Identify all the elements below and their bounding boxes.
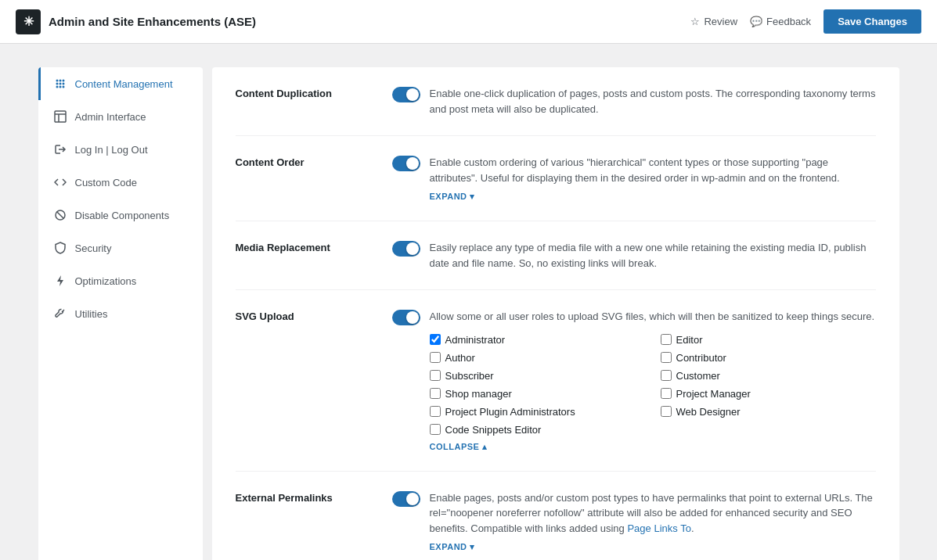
code-icon [53,175,67,189]
sidebar-item-utilities[interactable]: Utilities [38,297,203,330]
cb-project-manager[interactable] [661,388,672,399]
cb-administrator[interactable] [430,334,441,345]
cb-code-snippets-editor[interactable] [430,424,441,435]
save-changes-button[interactable]: Save Changes [823,9,921,34]
cb-customer-text: Customer [676,370,720,382]
main-layout: Content Management Admin Interface Log I… [38,67,899,560]
toggle-row: Enable one-click duplication of pages, p… [392,86,876,117]
external-permalinks-toggle[interactable] [392,491,420,507]
cb-shop-manager-text: Shop manager [445,388,512,400]
setting-desc: Easily replace any type of media file wi… [430,240,876,271]
svg-point-1 [59,80,61,82]
cb-subscriber[interactable] [430,370,441,381]
sidebar-item-label: Utilities [75,308,108,320]
setting-label: Content Duplication [236,86,377,117]
cb-editor[interactable] [661,334,672,345]
cb-administrator-label[interactable]: Administrator [430,334,645,346]
svg-line-15 [62,310,64,312]
external-permalinks-expand[interactable]: EXPAND ▾ [430,542,475,552]
app-logo: ✳ Admin and Site Enhancements (ASE) [16,9,256,34]
cb-project-manager-label[interactable]: Project Manager [661,388,876,400]
sidebar-item-optimizations[interactable]: Optimizations [38,264,203,297]
sidebar-item-label: Log In | Log Out [75,144,148,156]
logo-icon: ✳ [16,9,41,34]
cb-administrator-text: Administrator [445,334,506,346]
setting-content-duplication: Content Duplication Enable one-click dup… [236,67,876,136]
chat-icon: 💬 [750,16,762,27]
cb-project-plugin-admins-text: Project Plugin Administrators [445,406,575,418]
svg-point-6 [56,86,58,88]
content-order-expand[interactable]: EXPAND ▾ [430,192,475,202]
sidebar-item-label: Optimizations [75,275,137,287]
cb-project-plugin-admins[interactable] [430,406,441,417]
star-icon: ☆ [690,16,700,27]
content-duplication-toggle[interactable] [392,87,420,102]
content-area: Content Duplication Enable one-click dup… [212,67,899,560]
sidebar: Content Management Admin Interface Log I… [38,67,203,560]
cb-shop-manager-label[interactable]: Shop manager [430,388,645,400]
cb-author-label[interactable]: Author [430,352,645,364]
sidebar-item-label: Admin Interface [75,111,146,123]
setting-content: Enable custom ordering of various "hiera… [392,155,876,202]
setting-content-order: Content Order Enable custom ordering of … [236,136,876,221]
review-link[interactable]: ☆ Review [690,16,737,27]
cb-editor-label[interactable]: Editor [661,334,876,346]
setting-desc: Allow some or all user roles to upload S… [430,309,876,325]
app-name: Admin and Site Enhancements (ASE) [49,15,256,28]
setting-content: Easily replace any type of media file wi… [392,240,876,271]
setting-content: Enable pages, posts and/or custom post t… [392,490,876,553]
setting-media-replacement: Media Replacement Easily replace any typ… [236,221,876,290]
content-order-toggle[interactable] [392,156,420,171]
setting-label: Media Replacement [236,240,377,271]
cb-web-designer-label[interactable]: Web Designer [661,406,876,418]
cb-contributor[interactable] [661,352,672,363]
login-icon [53,142,67,156]
cb-subscriber-label[interactable]: Subscriber [430,370,645,382]
setting-desc: Enable one-click duplication of pages, p… [430,86,876,117]
toggle-row: Enable pages, posts and/or custom post t… [392,490,876,553]
cb-shop-manager[interactable] [430,388,441,399]
header: ✳ Admin and Site Enhancements (ASE) ☆ Re… [0,0,937,44]
cb-subscriber-text: Subscriber [445,370,494,382]
sidebar-item-security[interactable]: Security [38,232,203,264]
sidebar-item-disable-components[interactable]: Disable Components [38,199,203,232]
setting-desc: Enable custom ordering of various "hiera… [430,155,876,185]
cb-project-manager-text: Project Manager [676,388,751,400]
setting-label: SVG Upload [236,309,377,452]
feedback-link[interactable]: 💬 Feedback [750,16,811,27]
svg-upload-toggle[interactable] [392,310,420,325]
cb-project-plugin-admins-label[interactable]: Project Plugin Administrators [430,406,645,418]
grid-icon [53,77,67,91]
sidebar-item-label: Content Management [75,78,173,90]
sidebar-item-label: Security [75,242,112,254]
setting-external-permalinks: External Permalinks Enable pages, posts … [236,472,876,561]
cb-web-designer[interactable] [661,406,672,417]
sidebar-item-custom-code[interactable]: Custom Code [38,166,203,199]
setting-label: Content Order [236,155,377,202]
cb-editor-text: Editor [676,334,703,346]
svg-rect-9 [55,111,66,122]
header-actions: ☆ Review 💬 Feedback Save Changes [690,9,921,34]
setting-content: Enable one-click duplication of pages, p… [392,86,876,117]
setting-svg-upload: SVG Upload Allow some or all user roles … [236,290,876,472]
svg-point-5 [62,83,64,85]
svg-point-2 [62,80,64,82]
sidebar-item-login-logout[interactable]: Log In | Log Out [38,133,203,166]
layout-icon [53,109,67,124]
svg-upload-collapse[interactable]: COLLAPSE ▴ [430,442,488,452]
sidebar-item-admin-interface[interactable]: Admin Interface [38,100,203,133]
setting-label: External Permalinks [236,490,377,553]
cb-customer[interactable] [661,370,672,381]
svg-point-8 [62,86,64,88]
svg-point-7 [59,86,61,88]
tools-icon [53,307,67,321]
svg-point-3 [56,83,58,85]
cb-contributor-label[interactable]: Contributor [661,352,876,364]
media-replacement-toggle[interactable] [392,241,420,257]
cb-customer-label[interactable]: Customer [661,370,876,382]
page-links-to-link[interactable]: Page Links To [627,522,690,534]
cb-author[interactable] [430,352,441,363]
svg-marker-14 [57,275,63,286]
sidebar-item-content-management[interactable]: Content Management [38,67,203,100]
cb-code-snippets-editor-label[interactable]: Code Snippets Editor [430,424,645,436]
